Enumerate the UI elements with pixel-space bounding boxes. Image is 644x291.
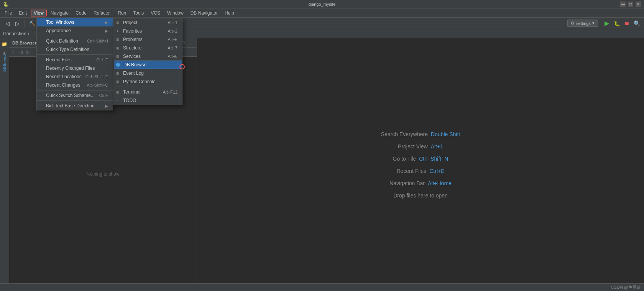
menu-item-edit[interactable]: Edit xyxy=(16,10,30,16)
minimize-button[interactable]: — xyxy=(620,2,626,7)
menu-item-window[interactable]: Window xyxy=(164,10,187,16)
submenu-structure-shortcut: Alt+7 xyxy=(168,46,177,50)
panel-forward-btn[interactable]: ▷ xyxy=(25,49,31,55)
status-bar-text: CSDN @鱼尾酱 xyxy=(611,284,641,290)
submenu-terminal[interactable]: ▦ Terminal Alt+F12 xyxy=(114,88,182,96)
gear-icon: ⚙ xyxy=(571,21,575,26)
toolbar-build-btn[interactable]: 🔨 xyxy=(28,19,36,28)
submenu-project-shortcut: Alt+1 xyxy=(168,20,177,25)
submenu-db-browser[interactable]: DB Browser xyxy=(114,61,182,69)
submenu-structure[interactable]: ▦ Structure Alt+7 xyxy=(114,44,182,52)
menu-item-vcs[interactable]: VCS xyxy=(148,10,163,16)
view-sep-3 xyxy=(37,90,113,90)
menu-item-code[interactable]: Code xyxy=(72,10,90,16)
app-icon: 🐍 xyxy=(3,2,9,7)
panel-title: DB Browser xyxy=(12,41,36,45)
toolbar-forward-btn[interactable]: ▷ xyxy=(13,19,21,28)
submenu-todo-label: TODO xyxy=(123,98,136,103)
submenu-todo[interactable]: ≡ TODO xyxy=(114,96,182,105)
stop-button[interactable]: ⏹ xyxy=(623,19,631,28)
settings-button[interactable]: ⚙ settings ▾ xyxy=(567,20,598,27)
panel-minimize-btn[interactable]: — xyxy=(187,40,194,46)
submenu-event-log[interactable]: ▦ Event Log xyxy=(114,69,182,77)
chevron-down-icon: ▾ xyxy=(592,21,595,26)
bidi-text-arrow: ▶ xyxy=(105,104,108,108)
maximize-button[interactable]: □ xyxy=(628,2,633,7)
terminal-icon: ▦ xyxy=(116,90,120,94)
sidebar-db-icon[interactable]: DB Browser xyxy=(0,58,9,67)
recent-files-label: Recent Files xyxy=(396,168,426,174)
toolbar-search-btn[interactable]: 🔍 xyxy=(632,19,641,28)
view-menu-quick-definition[interactable]: Quick Definition Ctrl+Shift+I xyxy=(37,37,113,45)
panel-add-btn[interactable]: + xyxy=(11,49,17,55)
hint-row-goto: Go to File Ctrl+Shift+N xyxy=(393,156,449,162)
sidebar-project-icon[interactable]: 📁 xyxy=(0,40,9,48)
menu-item-view[interactable]: View xyxy=(31,10,47,16)
view-menu-tool-windows[interactable]: Tool Windows ▶ ▦ Project Alt+1 ★ Favorit… xyxy=(37,18,113,26)
menu-item-db-navigator[interactable]: DB Navigator xyxy=(187,10,221,16)
menu-item-help[interactable]: Help xyxy=(222,10,237,16)
menu-item-tools[interactable]: Tools xyxy=(130,10,147,16)
quick-definition-shortcut: Ctrl+Shift+I xyxy=(87,39,108,43)
view-menu-quick-switch[interactable]: Quick Switch Scheme... Ctrl+ xyxy=(37,91,113,100)
project-view-label: Project View xyxy=(398,143,428,150)
submenu-sep-1 xyxy=(114,87,182,87)
menu-item-refactor[interactable]: Refactor xyxy=(90,10,114,16)
menu-item-navigate[interactable]: Navigate xyxy=(48,10,72,16)
view-menu-recent-changes[interactable]: Recent Changes Alt+Shift+C xyxy=(37,81,113,89)
settings-label: settings xyxy=(576,21,591,26)
submenu-python-console[interactable]: ▦ Python Console xyxy=(114,77,182,86)
hint-row-recent: Recent Files Ctrl+E xyxy=(396,168,444,174)
run-button[interactable]: ▶ xyxy=(603,19,611,28)
breadcrumb: Connection › xyxy=(3,31,29,36)
problems-icon: ▦ xyxy=(116,38,120,41)
recent-files-key: Ctrl+E xyxy=(429,168,444,174)
view-sep-4 xyxy=(37,100,113,101)
go-to-file-label: Go to File xyxy=(393,156,416,162)
submenu-project[interactable]: ▦ Project Alt+1 xyxy=(114,18,182,27)
submenu-services[interactable]: ▦ Services Alt+8 xyxy=(114,52,182,61)
db-browser-dot-icon xyxy=(116,63,120,67)
navigation-bar-label: Navigation Bar xyxy=(389,180,425,186)
structure-icon: ▦ xyxy=(116,46,120,50)
submenu-favorites-shortcut: Alt+2 xyxy=(168,29,177,33)
submenu-structure-label: Structure xyxy=(123,45,142,51)
view-menu-recently-changed-files[interactable]: Recently Changed Files xyxy=(37,64,113,72)
window-controls: — □ ✕ xyxy=(620,2,641,7)
search-everywhere-label: Search Everywhere xyxy=(381,131,428,137)
menu-item-file[interactable]: File xyxy=(2,10,15,16)
close-button[interactable]: ✕ xyxy=(636,2,641,7)
project-grid-icon: ▦ xyxy=(116,21,120,25)
submenu-terminal-shortcut: Alt+F12 xyxy=(163,90,177,94)
recent-changes-label: Recent Changes xyxy=(46,82,80,88)
submenu-favorites[interactable]: ★ Favorites Alt+2 xyxy=(114,27,182,35)
panel-back-btn[interactable]: ◁ xyxy=(18,49,24,55)
view-menu-quick-type-definition[interactable]: Quick Type Definition xyxy=(37,45,113,54)
submenu-event-log-label: Event Log xyxy=(123,71,144,76)
view-sep-1 xyxy=(37,36,113,36)
recent-locations-shortcut: Ctrl+Shift+E xyxy=(85,74,108,79)
hint-row-project: Project View Alt+1 xyxy=(398,143,443,150)
hint-row-nav: Navigation Bar Alt+Home xyxy=(389,180,452,186)
toolbar-back-btn[interactable]: ◁ xyxy=(3,19,12,28)
view-menu-appearance[interactable]: Appearance ▶ xyxy=(37,26,113,35)
search-everywhere-key: Double Shift xyxy=(431,131,460,137)
menu-item-run[interactable]: Run xyxy=(115,10,129,16)
status-bar: CSDN @鱼尾酱 xyxy=(0,283,644,291)
window-title: django_mysite xyxy=(309,2,336,7)
go-to-file-key: Ctrl+Shift+N xyxy=(419,156,448,162)
view-menu-recent-files[interactable]: Recent Files Ctrl+E xyxy=(37,56,113,64)
submenu-problems[interactable]: ▦ Problems Alt+6 xyxy=(114,35,182,44)
nothing-to-show-label: Nothing to show xyxy=(86,171,119,177)
bidi-text-label: Bidi Text Base Direction xyxy=(46,103,95,109)
tool-windows-arrow: ▶ xyxy=(105,20,108,25)
debug-button[interactable]: 🐛 xyxy=(613,19,621,28)
submenu-db-browser-label: DB Browser xyxy=(123,62,148,67)
view-menu-recent-locations[interactable]: Recent Locations Ctrl+Shift+E xyxy=(37,72,113,81)
todo-icon: ≡ xyxy=(116,99,118,102)
view-menu-bidi-text[interactable]: Bidi Text Base Direction ▶ xyxy=(37,102,113,110)
recently-changed-files-label: Recently Changed Files xyxy=(46,66,95,71)
editor-area: Search Everywhere Double Shift Project V… xyxy=(197,38,644,291)
submenu-services-shortcut: Alt+8 xyxy=(168,54,177,59)
python-console-icon: ▦ xyxy=(116,80,120,84)
